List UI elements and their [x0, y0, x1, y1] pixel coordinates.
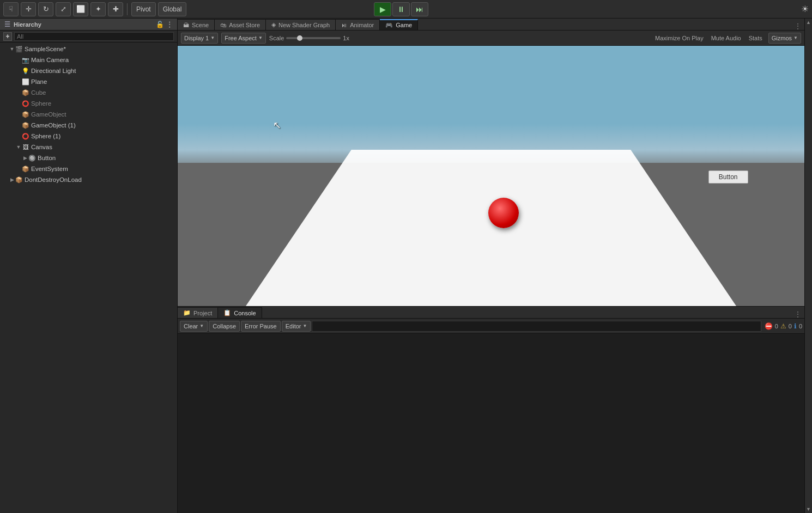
animator-label: Animator — [350, 22, 374, 28]
canvas-toggle[interactable]: ▼ — [15, 144, 22, 150]
transform-tool-btn[interactable]: ✦ — [90, 2, 106, 16]
display-arrow: ▼ — [210, 35, 215, 40]
tab-scene[interactable]: 🏔 Scene — [178, 19, 215, 30]
sphere-label: Sphere — [31, 100, 177, 107]
tab-new-shader-graph[interactable]: ◈ New Shader Graph — [266, 19, 336, 30]
hierarchy-more-btn[interactable]: ⋮ — [166, 21, 173, 28]
no-toggle — [15, 89, 22, 96]
tab-animator[interactable]: ⏯ Animator — [336, 19, 380, 30]
scene-label: SampleScene* — [25, 46, 166, 52]
game-ui-button[interactable]: Button — [708, 170, 748, 184]
scale-slider[interactable] — [286, 37, 341, 39]
game-tab-icon: 🎮 — [385, 22, 393, 29]
error-icon: ⛔ — [765, 322, 773, 330]
canvas-icon: 🖼 — [22, 143, 29, 151]
tree-item-button[interactable]: ▶ 🔘 Button — [0, 152, 177, 163]
tree-item-plane[interactable]: ⬜ Plane — [0, 76, 177, 87]
tree-item-eventsystem[interactable]: 📦 EventSystem — [0, 163, 177, 174]
stats-btn[interactable]: Stats — [747, 35, 764, 41]
move-tool-btn[interactable]: ✛ — [21, 2, 36, 16]
rotate-tool-btn[interactable]: ↻ — [38, 2, 53, 16]
hierarchy-search-input[interactable] — [14, 32, 174, 41]
plane-icon: ⬜ — [22, 78, 29, 86]
step-button[interactable]: ⏭ — [411, 2, 428, 16]
hierarchy-header-actions: 🔓 ⋮ — [156, 21, 173, 28]
editor-label: Editor — [286, 323, 301, 329]
tree-item-sphere1[interactable]: ⭕ Sphere (1) — [0, 131, 177, 142]
tree-item-canvas[interactable]: ▼ 🖼 Canvas — [0, 142, 177, 152]
scene-tab-icon: 🏔 — [183, 22, 189, 28]
cube-icon: 📦 — [22, 89, 29, 96]
hierarchy-header: ☰ Hierarchy 🔓 ⋮ — [0, 19, 177, 30]
collapse-btn[interactable]: Collapse — [209, 321, 240, 332]
pause-button[interactable]: ⏸ — [392, 2, 410, 16]
gizmos-dropdown[interactable]: Gizmos ▼ — [768, 33, 801, 44]
scale-tool-btn[interactable]: ⤢ — [56, 2, 71, 16]
aspect-dropdown[interactable]: Free Aspect ▼ — [221, 33, 266, 44]
play-icon: ▶ — [380, 5, 386, 14]
tree-item-samplescene[interactable]: ▼ 🎬 SampleScene* ⋮ — [0, 44, 177, 54]
global-toggle[interactable]: Global — [158, 2, 187, 16]
scale-slider-thumb[interactable] — [297, 35, 302, 41]
lighting-icon[interactable]: ☀ — [801, 4, 809, 14]
project-tab[interactable]: 📁 Project — [178, 307, 218, 318]
tree-item-directional-light[interactable]: 💡 Directional Light — [0, 65, 177, 76]
display-dropdown[interactable]: Display 1 ▼ — [181, 33, 218, 44]
light-icon: 💡 — [22, 67, 29, 75]
hierarchy-lock-btn[interactable]: 🔓 — [156, 21, 164, 28]
pivot-toggle[interactable]: Pivot — [131, 2, 156, 16]
tree-item-sphere[interactable]: ⭕ Sphere — [0, 98, 177, 109]
tab-game[interactable]: 🎮 Game — [380, 19, 418, 30]
info-icon: ℹ — [794, 322, 797, 330]
plane-label: Plane — [31, 78, 177, 85]
tabs-bar: 🏔 Scene 🛍 Asset Store ◈ New Shader Graph… — [178, 19, 804, 30]
game-viewport[interactable]: Button ↖ — [178, 46, 804, 306]
info-count: 0 — [799, 323, 802, 329]
top-toolbar: ☟ ✛ ↻ ⤢ ⬜ ✦ ✚ Pivot Global ▶ ⏸ ⏭ ☀ — [0, 0, 812, 19]
play-button[interactable]: ▶ — [374, 2, 391, 16]
bottom-tabs-more-btn[interactable]: ⋮ — [791, 310, 804, 318]
asset-store-label: Asset Store — [229, 22, 260, 28]
directional-light-label: Directional Light — [31, 68, 177, 74]
dontdestroy-toggle[interactable]: ▶ — [9, 176, 15, 183]
tree-item-cube[interactable]: 📦 Cube — [0, 87, 177, 98]
tab-asset-store[interactable]: 🛍 Asset Store — [215, 19, 266, 30]
hierarchy-search-bar: + — [0, 30, 177, 42]
tabs-more-btn[interactable]: ⋮ — [791, 22, 804, 30]
tree-item-gameobject1[interactable]: 📦 GameObject (1) — [0, 120, 177, 131]
clear-btn[interactable]: Clear ▼ — [180, 321, 208, 332]
play-controls: ▶ ⏸ ⏭ — [374, 2, 428, 16]
console-icons: ⛔ 0 ⚠ 0 ℹ 0 — [765, 322, 802, 330]
scroll-down-btn[interactable]: ▼ — [805, 505, 813, 513]
custom-tool-btn[interactable]: ✚ — [108, 2, 123, 16]
no-toggle — [15, 166, 22, 172]
separator-1 — [127, 3, 128, 15]
rect-tool-btn[interactable]: ⬜ — [73, 2, 88, 16]
gameobject-label: GameObject — [31, 111, 177, 118]
editor-dropdown[interactable]: Editor ▼ — [282, 321, 311, 332]
hand-tool-btn[interactable]: ☟ — [3, 2, 19, 16]
sphere-icon: ⭕ — [22, 100, 29, 107]
aspect-arrow: ▼ — [258, 35, 263, 40]
console-tab[interactable]: 📋 Console — [218, 307, 262, 318]
pivot-label: Pivot — [136, 5, 151, 13]
center-panel: 🏔 Scene 🛍 Asset Store ◈ New Shader Graph… — [178, 19, 804, 513]
error-pause-btn[interactable]: Error Pause — [241, 321, 281, 332]
tree-item-dontdestroy[interactable]: ▶ 📦 DontDestroyOnLoad ⋮ — [0, 174, 177, 185]
mute-audio-btn[interactable]: Mute Audio — [710, 35, 743, 41]
maximize-on-play-btn[interactable]: Maximize On Play — [653, 35, 705, 41]
console-search-input[interactable] — [312, 321, 761, 332]
gameobject1-label: GameObject (1) — [31, 122, 177, 129]
tree-item-gameobject[interactable]: 📦 GameObject — [0, 109, 177, 120]
white-plane — [246, 150, 736, 306]
gameobject-icon: 📦 — [22, 111, 29, 118]
no-toggle — [15, 100, 22, 107]
tree-item-main-camera[interactable]: 📷 Main Camera — [0, 54, 177, 65]
scroll-up-btn[interactable]: ▲ — [805, 19, 813, 26]
hierarchy-add-btn[interactable]: + — [3, 32, 12, 41]
global-label: Global — [163, 5, 182, 13]
button-toggle[interactable]: ▶ — [22, 155, 28, 161]
no-toggle — [15, 111, 22, 118]
pause-icon: ⏸ — [397, 5, 405, 14]
hierarchy-icon: ☰ — [4, 21, 10, 28]
